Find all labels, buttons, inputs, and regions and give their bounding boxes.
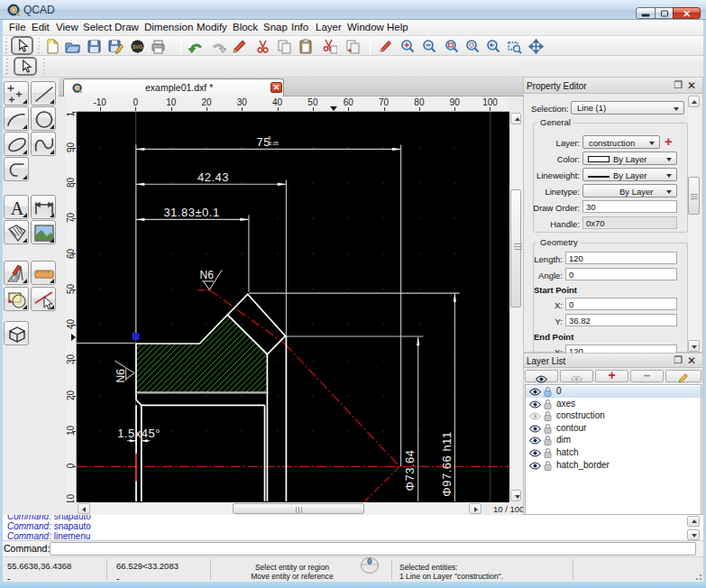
svg-text:1.5x45°: 1.5x45° <box>117 427 160 440</box>
svg-text:SVG: SVG <box>133 44 143 50</box>
svg-text:N6: N6 <box>115 369 127 383</box>
svg-text:31.83±0.1: 31.83±0.1 <box>163 206 219 219</box>
svg-text:Φ97.66 h11: Φ97.66 h11 <box>440 431 454 496</box>
svg-text:-0.05: -0.05 <box>267 141 279 146</box>
svg-text:42.43: 42.43 <box>197 170 229 184</box>
svg-text:N6: N6 <box>200 269 215 281</box>
svg-text:Φ73.64: Φ73.64 <box>403 450 417 492</box>
